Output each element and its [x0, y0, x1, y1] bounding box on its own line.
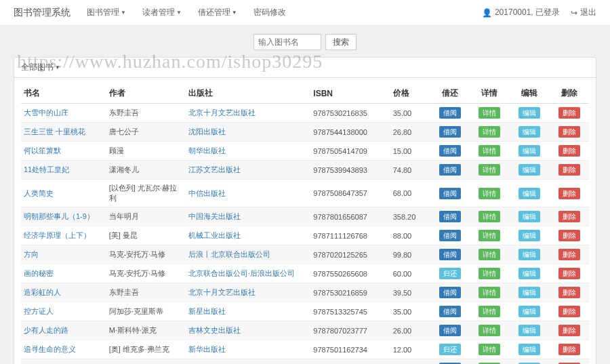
delete-button[interactable]: 删除: [558, 306, 580, 317]
detail-button[interactable]: 详情: [479, 249, 500, 260]
detail-button[interactable]: 详情: [479, 107, 500, 119]
borrow-button[interactable]: 借阅: [439, 164, 461, 176]
publisher-link[interactable]: 江苏文艺出版社: [188, 165, 241, 174]
delete-button[interactable]: 删除: [558, 145, 580, 157]
edit-button[interactable]: 编辑: [518, 188, 540, 199]
delete-button[interactable]: 删除: [558, 287, 580, 298]
delete-button[interactable]: 删除: [558, 107, 580, 119]
book-title-link[interactable]: 方向: [24, 250, 39, 258]
delete-button[interactable]: 删除: [558, 188, 580, 199]
nav-item[interactable]: 读者管理▼: [142, 7, 182, 18]
borrow-button[interactable]: 借阅: [439, 211, 461, 222]
borrow-button[interactable]: 借阅: [439, 126, 461, 138]
nav-item[interactable]: 借还管理▼: [198, 7, 237, 18]
book-title-link[interactable]: 大雪中的山庄: [24, 108, 68, 117]
delete-button[interactable]: 删除: [558, 268, 580, 279]
cell-price: 26.80: [390, 123, 430, 142]
publisher-link[interactable]: 中信出版社: [188, 189, 226, 197]
logout-link[interactable]: ↪ 退出: [571, 7, 596, 18]
book-title-link[interactable]: 人类简史: [24, 189, 54, 197]
publisher-link[interactable]: 朝华出版社: [188, 146, 226, 155]
edit-button[interactable]: 编辑: [518, 211, 540, 222]
detail-button[interactable]: 详情: [479, 145, 500, 157]
detail-button[interactable]: 详情: [479, 325, 500, 336]
delete-button[interactable]: 删除: [558, 164, 580, 176]
detail-button[interactable]: 详情: [479, 188, 500, 199]
book-title-link[interactable]: 经济学原理（上下）: [24, 231, 91, 239]
th-delete: 删除: [549, 83, 589, 104]
book-title-link[interactable]: 11处特工皇妃: [24, 165, 69, 174]
borrow-button[interactable]: 借阅: [439, 230, 461, 241]
cell-author: 乔汉娜·贝斯福: [106, 359, 186, 365]
cell-price: 35.00: [390, 104, 430, 123]
cell-author: [奥] 维克多·弗兰克: [106, 340, 186, 359]
search-input[interactable]: [253, 34, 321, 50]
search-button[interactable]: 搜索: [325, 34, 357, 50]
edit-button[interactable]: 编辑: [518, 249, 540, 260]
detail-button[interactable]: 详情: [479, 211, 500, 222]
detail-button[interactable]: 详情: [479, 287, 500, 298]
book-title-link[interactable]: 控方证人: [24, 307, 54, 315]
edit-button[interactable]: 编辑: [518, 126, 540, 138]
borrow-button[interactable]: 借阅: [439, 287, 461, 298]
cell-isbn: 9787539943893: [310, 161, 390, 180]
book-title-link[interactable]: 明朝那些事儿（1-9）: [24, 212, 94, 220]
nav-item[interactable]: 密码修改: [253, 7, 286, 18]
publisher-link[interactable]: 中国海关出版社: [188, 212, 241, 220]
book-title-link[interactable]: 何以笙箫默: [24, 146, 61, 155]
cell-isbn: 9787501162734: [310, 340, 390, 359]
borrow-button[interactable]: 借阅: [439, 107, 461, 119]
cell-isbn: 9787513325745: [310, 302, 390, 321]
publisher-link[interactable]: 北京十月文艺出版社: [188, 108, 256, 117]
borrow-button[interactable]: 借阅: [439, 306, 461, 317]
publisher-link[interactable]: 新华出版社: [188, 345, 226, 353]
cell-author: [美] 曼昆: [106, 226, 186, 245]
edit-button[interactable]: 编辑: [518, 107, 540, 119]
publisher-link[interactable]: 沈阳出版社: [188, 127, 226, 136]
book-title-link[interactable]: 三生三世 十里桃花: [24, 127, 85, 136]
delete-button[interactable]: 删除: [558, 344, 580, 355]
borrow-button[interactable]: 借阅: [439, 325, 461, 336]
delete-button[interactable]: 删除: [558, 126, 580, 138]
edit-button[interactable]: 编辑: [518, 287, 540, 298]
publisher-link[interactable]: 后浪丨北京联合出版公司: [188, 250, 270, 258]
borrow-button[interactable]: 借阅: [439, 249, 461, 260]
book-table: 书名 作者 出版社 ISBN 价格 借还 详情 编辑 删除 大雪中的山庄东野圭吾…: [21, 83, 589, 364]
delete-button[interactable]: 删除: [558, 249, 580, 260]
publisher-link[interactable]: 北京联合出版公司·后浪出版公司: [188, 269, 295, 277]
publisher-link[interactable]: 新星出版社: [188, 307, 226, 315]
delete-button[interactable]: 删除: [558, 325, 580, 336]
book-title-link[interactable]: 造彩虹的人: [24, 288, 61, 296]
user-status[interactable]: 👤 20170001, 已登录: [482, 7, 560, 18]
th-detail: 详情: [470, 83, 510, 104]
book-title-link[interactable]: 少有人走的路: [24, 326, 68, 334]
nav-item[interactable]: 图书管理▼: [87, 7, 126, 18]
book-title-link[interactable]: 画的秘密: [24, 269, 54, 277]
edit-button[interactable]: 编辑: [518, 325, 540, 336]
publisher-link[interactable]: 吉林文史出版社: [188, 326, 241, 334]
borrow-button[interactable]: 归还: [439, 268, 461, 279]
borrow-button[interactable]: 借阅: [439, 188, 461, 199]
detail-button[interactable]: 详情: [479, 230, 500, 241]
panel-header[interactable]: 全部图书 ▼: [14, 58, 596, 78]
detail-button[interactable]: 详情: [479, 306, 500, 317]
publisher-link[interactable]: 机械工业出版社: [188, 231, 241, 239]
edit-button[interactable]: 编辑: [518, 164, 540, 176]
book-title-link[interactable]: 追寻生命的意义: [24, 345, 76, 353]
edit-button[interactable]: 编辑: [518, 268, 540, 279]
detail-button[interactable]: 详情: [479, 268, 500, 279]
borrow-button[interactable]: 归还: [439, 344, 461, 355]
detail-button[interactable]: 详情: [479, 126, 500, 138]
delete-button[interactable]: 删除: [558, 211, 580, 222]
edit-button[interactable]: 编辑: [518, 306, 540, 317]
edit-button[interactable]: 编辑: [518, 230, 540, 241]
detail-button[interactable]: 详情: [479, 164, 500, 176]
th-price: 价格: [390, 83, 430, 104]
detail-button[interactable]: 详情: [479, 344, 500, 355]
cell-author: 东野圭吾: [106, 104, 186, 123]
edit-button[interactable]: 编辑: [518, 145, 540, 157]
edit-button[interactable]: 编辑: [518, 344, 540, 355]
delete-button[interactable]: 删除: [558, 230, 580, 241]
borrow-button[interactable]: 借阅: [439, 145, 461, 157]
publisher-link[interactable]: 北京十月文艺出版社: [188, 288, 256, 296]
